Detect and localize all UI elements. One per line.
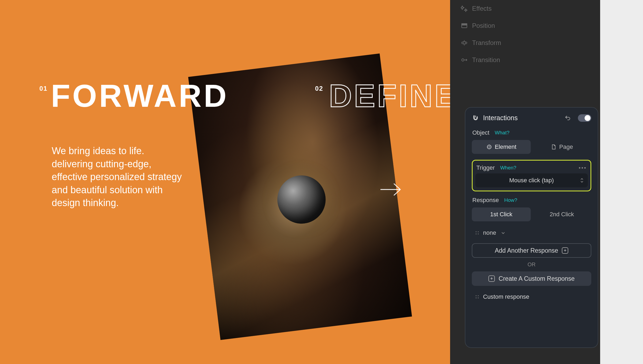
tab-2nd-click[interactable]: 2nd Click [532, 207, 591, 221]
property-transform[interactable]: Transform [450, 34, 600, 51]
trigger-select[interactable]: Mouse click (tap) [475, 173, 588, 187]
body-copy: We bring ideas to life. delivering cutti… [52, 145, 186, 210]
object-option-page[interactable]: Page [532, 140, 591, 154]
svg-point-11 [478, 295, 478, 296]
trigger-value: Mouse click (tap) [509, 177, 554, 184]
interactions-icon [472, 114, 479, 122]
svg-point-12 [476, 297, 476, 298]
svg-rect-2 [462, 24, 467, 25]
interactions-header: Interactions [472, 114, 591, 122]
response-section-header: Response How? [472, 197, 591, 204]
transition-icon [461, 56, 468, 63]
segment-label: Page [559, 143, 573, 150]
tab-label: 1st Click [490, 211, 512, 218]
heading-number-01: 01 [39, 85, 48, 92]
interactions-title: Interactions [483, 114, 561, 122]
property-transition[interactable]: Transition [450, 51, 600, 69]
trigger-hint: When? [500, 165, 516, 171]
heading-forward: FORWARD [51, 78, 229, 114]
interactions-panel: Interactions Object What? Element Page T… [465, 107, 598, 348]
response-hint: How? [504, 197, 517, 203]
custom-response-label: Custom response [483, 293, 529, 300]
drag-handle-icon[interactable] [475, 231, 479, 235]
tab-1st-click[interactable]: 1st Click [472, 207, 531, 221]
trigger-section-header: Trigger When? ••• [474, 164, 589, 171]
heading-number-02: 02 [315, 85, 323, 92]
right-gutter [600, 0, 643, 364]
object-option-element[interactable]: Element [472, 140, 531, 154]
heading-define: DEFINE [329, 78, 450, 114]
button-label: Create A Custom Response [499, 275, 575, 282]
property-label: Effects [472, 5, 492, 12]
trigger-more-icon[interactable]: ••• [579, 165, 587, 171]
tab-label: 2nd Click [550, 211, 574, 218]
svg-point-10 [476, 295, 476, 296]
trigger-label: Trigger [476, 164, 495, 171]
position-icon [461, 22, 468, 29]
add-response-button[interactable]: Add Another Response + [472, 243, 591, 258]
drag-handle-icon[interactable] [475, 295, 479, 299]
transform-icon [461, 39, 468, 46]
response-preset-value: none [483, 229, 496, 236]
object-section-header: Object What? [472, 129, 591, 136]
svg-point-7 [478, 231, 478, 232]
plus-icon: + [488, 275, 495, 282]
chevron-updown-icon [580, 178, 584, 183]
chevron-down-icon [501, 231, 505, 234]
svg-point-8 [476, 233, 476, 234]
property-position[interactable]: Position [450, 17, 600, 34]
arrow-right-icon[interactable] [380, 182, 402, 197]
trigger-section: Trigger When? ••• Mouse click (tap) [472, 160, 591, 191]
property-label: Position [472, 22, 495, 29]
button-label: Add Another Response [495, 247, 558, 254]
response-preset-row[interactable]: none [472, 227, 591, 243]
element-icon [486, 144, 492, 150]
property-label: Transition [472, 56, 500, 64]
svg-point-9 [478, 233, 478, 234]
object-hint: What? [495, 130, 510, 136]
effects-icon [461, 5, 468, 12]
segment-label: Element [495, 143, 517, 150]
or-divider: OR [472, 261, 591, 268]
property-label: Transform [472, 39, 501, 47]
svg-point-13 [478, 297, 478, 298]
response-label: Response [472, 197, 499, 204]
object-label: Object [472, 129, 489, 136]
response-tabs: 1st Click 2nd Click [472, 207, 591, 221]
svg-rect-3 [463, 42, 466, 44]
property-effects[interactable]: Effects [450, 0, 600, 17]
interactions-toggle[interactable] [578, 114, 591, 122]
undo-icon[interactable] [565, 115, 571, 121]
svg-point-4 [462, 59, 464, 61]
object-segmented: Element Page [472, 140, 591, 154]
design-canvas[interactable]: 01 FORWARD 02 DEFINE We bring ideas to l… [0, 0, 450, 364]
create-custom-response-button[interactable]: + Create A Custom Response [472, 271, 591, 286]
custom-response-row[interactable]: Custom response [472, 292, 591, 301]
page-icon [551, 144, 556, 150]
svg-point-6 [476, 231, 476, 232]
plus-icon: + [562, 247, 568, 254]
